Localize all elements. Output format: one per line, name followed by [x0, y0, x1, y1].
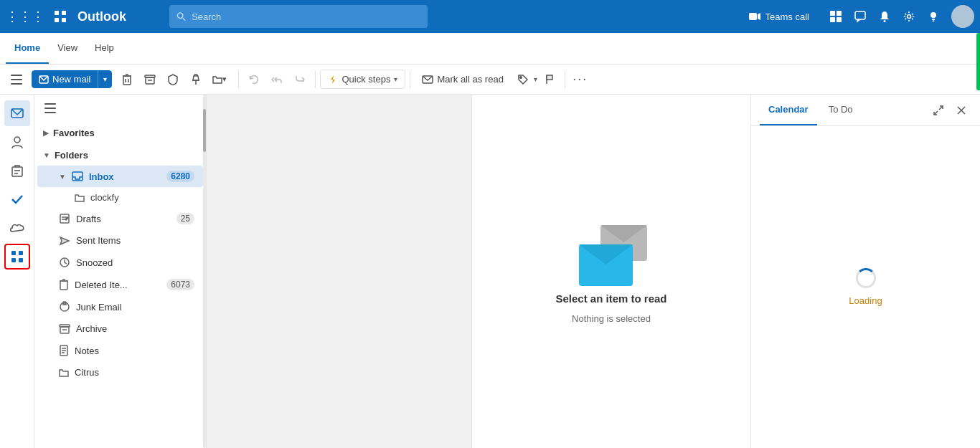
tab-calendar[interactable]: Calendar [760, 95, 817, 125]
sidebar-item-junk[interactable]: Junk Email [37, 296, 203, 318]
empty-state-subtitle: Nothing is selected [572, 313, 651, 324]
expand-panel-btn[interactable] [928, 100, 948, 120]
tab-help[interactable]: Help [86, 33, 123, 64]
mark-all-read-button[interactable]: Mark all as read [415, 70, 510, 88]
new-mail-label: New mail [52, 74, 90, 85]
sidebar-item-snoozed[interactable]: Snoozed [37, 252, 203, 273]
svg-rect-9 [837, 11, 842, 16]
avatar[interactable] [951, 5, 974, 28]
grid2-icon-btn[interactable] [826, 7, 845, 26]
archive-btn[interactable] [139, 69, 161, 90]
bolt-icon [328, 75, 338, 85]
sidebar-item-drafts[interactable]: Drafts 25 [37, 208, 203, 229]
svg-rect-22 [123, 76, 131, 85]
quick-steps-button[interactable]: Quick steps ▾ [320, 70, 405, 89]
move-btn[interactable]: ▾ [208, 69, 231, 90]
folders-section: ▼ Folders ▼ Inbox 6280 clockfy [34, 144, 206, 385]
svg-rect-17 [933, 21, 935, 22]
favorites-collapse-icon: ▶ [43, 129, 49, 137]
bulb-icon-btn[interactable] [924, 7, 943, 26]
svg-rect-8 [830, 11, 835, 16]
teams-call-button[interactable]: Teams call [748, 11, 809, 22]
grid-apps-icon[interactable] [53, 9, 67, 24]
notes-icon [59, 345, 69, 356]
gear-icon-btn[interactable] [900, 7, 918, 26]
svg-rect-44 [11, 251, 16, 255]
reply-all-btn[interactable] [266, 69, 288, 90]
clockfy-label: clockfy [90, 192, 119, 203]
search-input[interactable] [192, 11, 420, 22]
pin-btn[interactable] [185, 69, 207, 90]
more-btn[interactable]: ··· [570, 69, 591, 90]
tab-home[interactable]: Home [6, 33, 49, 64]
flag-btn[interactable] [539, 69, 560, 90]
chat-icon-btn[interactable] [851, 7, 870, 26]
sidebar-hamburger[interactable] [40, 98, 60, 118]
hamburger-icon [11, 75, 22, 85]
mail-nav-icon [10, 107, 24, 120]
svg-rect-49 [44, 108, 56, 109]
svg-rect-16 [932, 19, 935, 20]
sidebar: ▶ Favorites ▼ Folders ▼ Inbox 6280 [34, 95, 207, 448]
nav-apps[interactable] [4, 244, 30, 270]
deleted-icon [59, 279, 69, 290]
mark-read-icon [422, 75, 433, 84]
nav-onedrive[interactable] [4, 215, 30, 241]
nav-files[interactable] [4, 158, 30, 184]
teams-call-label: Teams call [765, 11, 809, 22]
sidebar-item-citrus[interactable]: Citrus [37, 362, 203, 383]
nav-people[interactable] [4, 129, 30, 155]
notes-label: Notes [75, 345, 194, 356]
flag-icon [545, 75, 554, 85]
sidebar-item-clockfy[interactable]: clockfy [37, 188, 203, 207]
nav-tasks[interactable] [4, 186, 30, 212]
hamburger-sidebar-icon [44, 103, 56, 113]
svg-marker-35 [331, 75, 335, 84]
scrollbar-track [203, 95, 206, 448]
deleted-label: Deleted Ite... [75, 280, 161, 290]
left-nav [0, 95, 34, 448]
collapse-sidebar-btn[interactable] [6, 69, 27, 90]
svg-point-40 [14, 137, 20, 143]
tab-view[interactable]: View [49, 33, 86, 64]
empty-state-title: Select an item to read [555, 292, 666, 305]
apps-nav-icon [11, 250, 24, 263]
svg-marker-7 [758, 13, 760, 20]
right-panel: Calendar To Do Loading [750, 95, 980, 448]
svg-rect-1 [62, 11, 66, 15]
search-icon [176, 11, 186, 22]
delete-btn[interactable] [116, 69, 138, 90]
favorites-header[interactable]: ▶ Favorites [34, 123, 206, 143]
svg-point-13 [884, 20, 886, 22]
junk-label: Junk Email [76, 302, 194, 313]
new-mail-chevron[interactable]: ▾ [98, 70, 112, 88]
grid-icon[interactable]: ⋮⋮⋮ [6, 9, 44, 24]
nav-mail[interactable] [4, 100, 30, 126]
right-panel-content: Loading [751, 126, 980, 448]
search-bar[interactable] [169, 5, 428, 28]
favorites-section: ▶ Favorites [34, 122, 206, 144]
svg-rect-57 [60, 281, 67, 290]
svg-point-37 [520, 76, 522, 77]
subfolder-icon [75, 193, 85, 203]
toolbar-sep-4 [565, 71, 565, 88]
sidebar-item-notes[interactable]: Notes [37, 340, 203, 361]
sidebar-item-inbox[interactable]: ▼ Inbox 6280 [37, 166, 203, 187]
shield-btn[interactable] [162, 69, 184, 90]
loading-spinner [856, 268, 876, 288]
forward-btn[interactable] [289, 69, 311, 90]
svg-rect-2 [55, 18, 59, 22]
category-btn[interactable] [512, 69, 534, 90]
sidebar-item-archive[interactable]: Archive [37, 318, 203, 339]
close-panel-btn[interactable] [951, 100, 971, 120]
bell-icon-btn[interactable] [875, 7, 894, 26]
undo-btn[interactable] [243, 69, 265, 90]
scrollbar-thumb[interactable] [203, 109, 206, 152]
tab-todo[interactable]: To Do [820, 95, 862, 125]
sidebar-item-sent[interactable]: Sent Items [37, 230, 203, 251]
sidebar-item-deleted[interactable]: Deleted Ite... 6073 [37, 274, 203, 295]
svg-rect-11 [837, 17, 842, 22]
new-mail-icon [39, 75, 49, 84]
folders-header[interactable]: ▼ Folders [34, 146, 206, 165]
new-mail-button[interactable]: New mail [32, 70, 98, 88]
